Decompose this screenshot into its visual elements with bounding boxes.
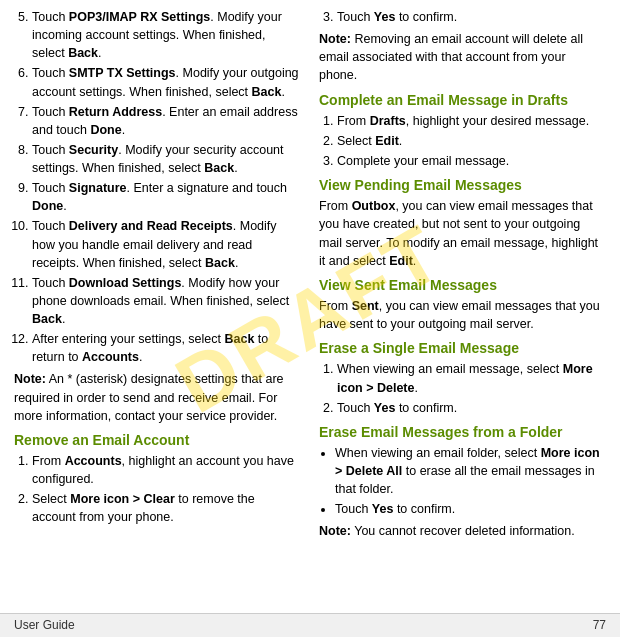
list-item: Select Edit. [337,132,606,150]
list-item: After entering your settings, select Bac… [32,330,301,366]
list-item: Touch Security. Modify your security acc… [32,141,301,177]
list-item: Touch Download Settings. Modify how your… [32,274,301,328]
list-item: Select More icon > Clear to remove the a… [32,490,301,526]
footer-left: User Guide [14,617,75,634]
numbered-list-drafts: From Drafts, highlight your desired mess… [319,112,606,170]
list-item: Touch Delivery and Read Receipts. Modify… [32,217,301,271]
section-heading-erase-folder: Erase Email Messages from a Folder [319,423,606,441]
list-item: When viewing an email message, select Mo… [337,360,606,396]
list-item: From Accounts, highlight an account you … [32,452,301,488]
list-item: Complete your email message. [337,152,606,170]
section-heading-pending: View Pending Email Messages [319,176,606,194]
list-item: Touch Yes to confirm. [335,500,606,518]
sent-paragraph: From Sent, you can view email messages t… [319,297,606,333]
content-area: Touch POP3/IMAP RX Settings. Modify your… [0,0,620,613]
section-heading-remove: Remove an Email Account [14,431,301,449]
note-paragraph-deleted: Note: You cannot recover deleted informa… [319,522,606,540]
footer-right: 77 [593,617,606,634]
main-content: Touch POP3/IMAP RX Settings. Modify your… [0,0,620,613]
numbered-list-5: Touch POP3/IMAP RX Settings. Modify your… [14,8,301,366]
page-container: Touch POP3/IMAP RX Settings. Modify your… [0,0,620,637]
numbered-list-remove: From Accounts, highlight an account you … [14,452,301,527]
note-paragraph-remove: Note: Removing an email account will del… [319,30,606,84]
footer: User Guide 77 [0,613,620,637]
list-item: Touch SMTP TX Settings. Modify your outg… [32,64,301,100]
list-item: From Drafts, highlight your desired mess… [337,112,606,130]
section-heading-drafts: Complete an Email Message in Drafts [319,91,606,109]
pending-paragraph: From Outbox, you can view email messages… [319,197,606,270]
numbered-list-erase: When viewing an email message, select Mo… [319,360,606,416]
list-item: When viewing an email folder, select Mor… [335,444,606,498]
list-item: Touch Signature. Enter a signature and t… [32,179,301,215]
note-paragraph: Note: An * (asterisk) designates setting… [14,370,301,424]
section-heading-erase-single: Erase a Single Email Message [319,339,606,357]
numbered-list-confirm: Touch Yes to confirm. [319,8,606,26]
list-item: Touch Yes to confirm. [337,8,606,26]
list-item: Touch Yes to confirm. [337,399,606,417]
list-item: Touch POP3/IMAP RX Settings. Modify your… [32,8,301,62]
bullet-list-erase-folder: When viewing an email folder, select Mor… [319,444,606,519]
list-item: Touch Return Address. Enter an email add… [32,103,301,139]
section-heading-sent: View Sent Email Messages [319,276,606,294]
